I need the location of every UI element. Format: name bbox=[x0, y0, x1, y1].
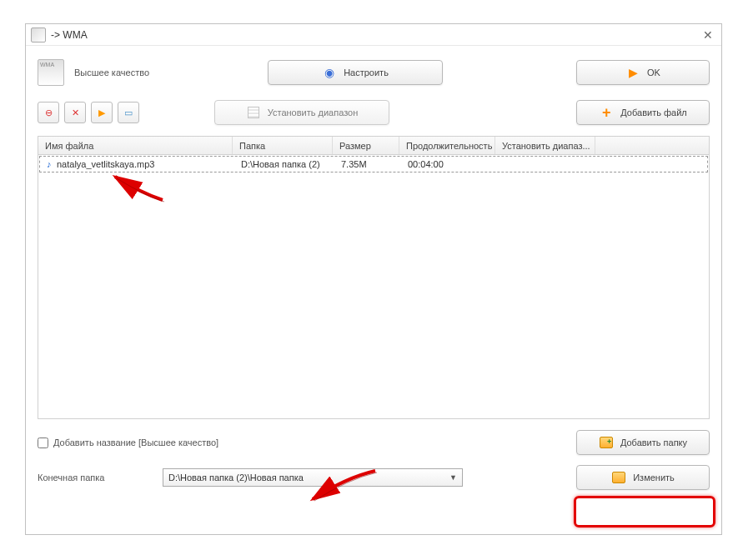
change-button-label: Изменить bbox=[633, 472, 675, 482]
add-folder-button-label: Добавить папку bbox=[620, 438, 687, 448]
small-toolbar: ⊖ ✕ ▶ ▭ bbox=[38, 102, 139, 123]
ok-button-label: OK bbox=[647, 68, 660, 78]
gear-icon: ◉ bbox=[322, 65, 337, 80]
cell-size: 7.35M bbox=[334, 159, 401, 169]
remove-icon: ⊖ bbox=[45, 108, 53, 118]
add-title-label: Добавить название [Высшее качество] bbox=[53, 438, 218, 448]
add-title-checkbox[interactable] bbox=[38, 438, 48, 448]
dest-folder-value: D:\Новая папка (2)\Новая папка bbox=[168, 472, 304, 482]
col-header-folder[interactable]: Папка bbox=[233, 137, 333, 154]
dest-folder-label: Конечная папка bbox=[38, 472, 163, 482]
close-button[interactable]: ✕ bbox=[700, 27, 716, 43]
col-header-duration[interactable]: Продолжительность bbox=[399, 137, 495, 154]
add-folder-button[interactable]: Добавить папку bbox=[576, 430, 710, 455]
bottom-row-1: Добавить название [Высшее качество] Доба… bbox=[38, 429, 710, 456]
play-icon: ▶ bbox=[98, 108, 105, 118]
folder-plus-icon bbox=[599, 435, 614, 450]
bottom-area: Добавить название [Высшее качество] Доба… bbox=[38, 429, 710, 491]
col-header-name[interactable]: Имя файла bbox=[38, 137, 233, 154]
ok-button[interactable]: ▶ OK bbox=[576, 60, 710, 85]
info-button[interactable]: ▭ bbox=[118, 102, 139, 123]
top-row-1: Высшее качество ◉ Настроить ▶ OK bbox=[38, 56, 710, 89]
add-file-button[interactable]: + Добавить файл bbox=[576, 100, 710, 125]
cell-duration: 00:04:00 bbox=[401, 159, 497, 169]
cell-folder: D:\Новая папка (2) bbox=[234, 159, 334, 169]
arrow-right-icon: ▶ bbox=[625, 65, 640, 80]
cell-name: ♪natalya_vetlitskaya.mp3 bbox=[40, 159, 234, 169]
folder-icon bbox=[611, 470, 626, 485]
configure-button[interactable]: ◉ Настроить bbox=[268, 60, 443, 85]
clear-button[interactable]: ✕ bbox=[64, 102, 86, 123]
col-header-range[interactable]: Установить диапаз... bbox=[495, 137, 595, 154]
add-file-button-label: Добавить файл bbox=[620, 108, 686, 118]
change-button[interactable]: Изменить bbox=[576, 465, 710, 490]
app-window: -> WMA ✕ Высшее качество ◉ Настроить ▶ O… bbox=[25, 23, 722, 535]
table-header: Имя файла Папка Размер Продолжительность… bbox=[38, 137, 709, 155]
quality-label: Высшее качество bbox=[74, 68, 183, 78]
top-row-2: ⊖ ✕ ▶ ▭ Установить диапазон + Добавить ф… bbox=[38, 98, 710, 128]
chevron-down-icon: ▼ bbox=[449, 473, 457, 482]
wma-format-icon bbox=[38, 59, 64, 86]
info-icon: ▭ bbox=[124, 108, 133, 118]
set-range-button[interactable]: Установить диапазон bbox=[214, 100, 389, 125]
window-title: -> WMA bbox=[51, 29, 700, 41]
content-area: Высшее качество ◉ Настроить ▶ OK ⊖ ✕ ▶ ▭… bbox=[26, 46, 721, 509]
x-icon: ✕ bbox=[72, 108, 79, 118]
configure-button-label: Настроить bbox=[344, 68, 389, 78]
plus-icon: + bbox=[599, 105, 614, 120]
play-button[interactable]: ▶ bbox=[91, 102, 113, 123]
table-row[interactable]: ♪natalya_vetlitskaya.mp3 D:\Новая папка … bbox=[39, 156, 708, 172]
file-table: Имя файла Папка Размер Продолжительность… bbox=[38, 136, 710, 419]
app-icon bbox=[31, 28, 46, 42]
bottom-row-2: Конечная папка D:\Новая папка (2)\Новая … bbox=[38, 464, 710, 491]
titlebar: -> WMA ✕ bbox=[26, 24, 721, 46]
music-note-icon: ♪ bbox=[47, 159, 55, 169]
remove-item-button[interactable]: ⊖ bbox=[38, 102, 59, 123]
col-header-size[interactable]: Размер bbox=[333, 137, 399, 154]
dest-folder-select[interactable]: D:\Новая папка (2)\Новая папка ▼ bbox=[163, 468, 463, 487]
cell-name-text: natalya_vetlitskaya.mp3 bbox=[57, 159, 154, 169]
film-icon bbox=[246, 105, 261, 120]
set-range-button-label: Установить диапазон bbox=[268, 108, 359, 118]
